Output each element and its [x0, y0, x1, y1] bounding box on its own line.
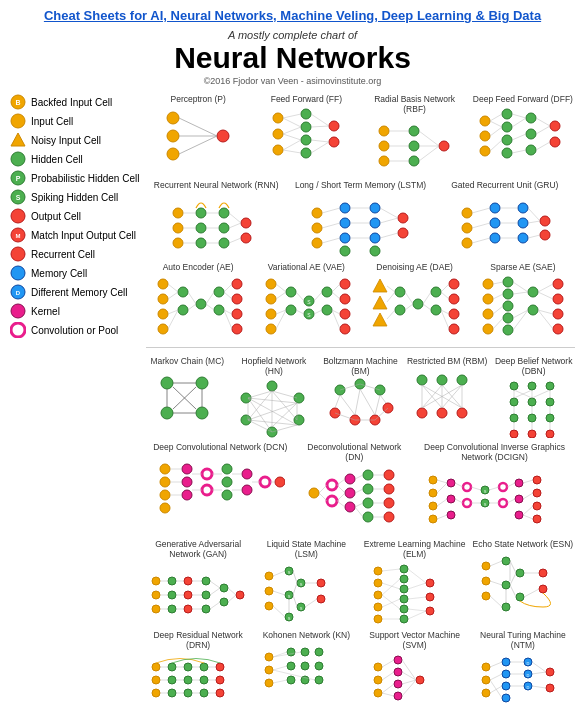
svg-point-528 — [168, 676, 176, 684]
svg-point-364 — [345, 488, 355, 498]
svg-point-49 — [409, 156, 419, 166]
svg-point-68 — [550, 137, 560, 147]
svg-line-450 — [210, 581, 220, 588]
svg-point-200 — [413, 299, 423, 309]
legend-memory: Memory Cell — [10, 265, 140, 281]
bm-diagram — [320, 378, 400, 438]
svg-point-363 — [345, 474, 355, 484]
svg-point-560 — [287, 676, 295, 684]
svg-point-169 — [266, 309, 276, 319]
svg-point-371 — [384, 484, 394, 494]
svg-point-179 — [340, 279, 350, 289]
svg-point-180 — [340, 294, 350, 304]
svg-line-608 — [532, 686, 546, 688]
svg-line-412 — [437, 499, 447, 506]
svg-point-152 — [232, 294, 242, 304]
legend-output: Output Cell — [10, 208, 140, 224]
svg-point-199 — [395, 305, 405, 315]
svg-point-50 — [439, 141, 449, 151]
svg-point-588 — [502, 670, 510, 678]
svg-point-313 — [528, 398, 536, 406]
svg-text:S: S — [300, 606, 303, 611]
svg-line-283 — [335, 395, 340, 408]
svg-line-115 — [322, 238, 340, 243]
page-title[interactable]: Cheat Sheets for AI, Neural Networks, Ma… — [10, 8, 575, 23]
svg-point-345 — [242, 469, 252, 479]
svg-line-267 — [272, 403, 297, 427]
svg-line-577 — [382, 672, 394, 680]
svg-point-509 — [502, 581, 510, 589]
svg-line-139 — [528, 208, 540, 221]
svg-line-520 — [490, 581, 502, 585]
svg-point-457 — [265, 602, 273, 610]
svg-point-574 — [394, 692, 402, 700]
legend-output-label: Output Cell — [31, 211, 81, 222]
network-dcn: Deep Convolutional Network (DCN) — [146, 442, 295, 524]
svg-point-104 — [340, 218, 350, 228]
svg-point-506 — [482, 592, 490, 600]
svg-point-340 — [202, 469, 212, 479]
svg-line-212 — [423, 292, 431, 304]
svg-point-572 — [394, 668, 402, 676]
lstm-label: Long / Short Term Memory (LSTM) — [295, 180, 426, 190]
svg-point-257 — [294, 415, 304, 425]
svg-line-497 — [382, 599, 400, 607]
svg-point-19 — [167, 130, 179, 142]
svg-point-143 — [158, 294, 168, 304]
svg-line-119 — [380, 208, 398, 218]
svg-line-410 — [437, 480, 447, 483]
svg-point-342 — [222, 464, 232, 474]
svm-diagram — [370, 652, 460, 703]
subtitle: A mostly complete chart of — [10, 29, 575, 41]
dbn-diagram — [494, 378, 574, 438]
svg-point-172 — [286, 305, 296, 315]
svg-point-130 — [518, 233, 528, 243]
svg-point-62 — [502, 135, 512, 145]
svg-line-24 — [179, 136, 217, 154]
svg-point-198 — [395, 287, 405, 297]
svg-point-430 — [168, 591, 176, 599]
legend-recurrent-label: Recurrent Cell — [31, 249, 95, 260]
legend-diff-memory-label: Different Memory Cell — [31, 287, 128, 298]
svg-point-334 — [160, 477, 170, 487]
network-dcign: Deep Convolutional Inverse Graphics Netw… — [414, 442, 575, 534]
svg-point-362 — [327, 496, 337, 506]
svg-line-513 — [510, 573, 516, 585]
svg-point-86 — [219, 208, 229, 218]
svg-point-491 — [426, 593, 434, 601]
svg-point-525 — [152, 676, 160, 684]
svg-line-238 — [513, 292, 528, 294]
page-container: Cheat Sheets for AI, Neural Networks, Ma… — [0, 0, 585, 703]
svg-line-187 — [296, 292, 304, 301]
svg-point-569 — [374, 676, 382, 684]
svg-point-481 — [374, 591, 382, 599]
svg-point-320 — [546, 430, 554, 438]
svg-line-606 — [532, 662, 546, 672]
svg-line-478 — [305, 599, 317, 607]
network-lstm: Long / Short Term Memory (LSTM) — [290, 180, 430, 257]
svg-line-454 — [228, 595, 236, 602]
svg-line-382 — [355, 503, 363, 507]
rbf-label: Radial Basis Network (RBF) — [363, 94, 467, 114]
main-heading: Neural Networks — [10, 41, 575, 74]
svg-point-16 — [11, 304, 25, 318]
svg-line-494 — [382, 583, 400, 589]
svg-line-164 — [224, 292, 232, 299]
rnn-diagram — [166, 193, 266, 258]
svg-point-149 — [214, 287, 224, 297]
svg-line-502 — [408, 609, 426, 611]
elm-diagram — [370, 561, 460, 626]
svg-point-145 — [158, 324, 168, 334]
lsm-diagram: S S S S S — [261, 561, 351, 626]
svg-text:D: D — [526, 673, 529, 678]
svg-point-17 — [11, 323, 25, 337]
network-row-5: Deep Convolutional Network (DCN) — [146, 442, 575, 534]
svg-line-39 — [283, 150, 301, 153]
svg-point-394 — [447, 511, 455, 519]
svg-point-440 — [236, 591, 244, 599]
svg-point-505 — [482, 577, 490, 585]
network-hn: Hopfield Network (HN) — [233, 356, 316, 438]
svg-point-108 — [370, 218, 380, 228]
svg-point-218 — [483, 279, 493, 289]
svg-line-98 — [229, 223, 241, 228]
